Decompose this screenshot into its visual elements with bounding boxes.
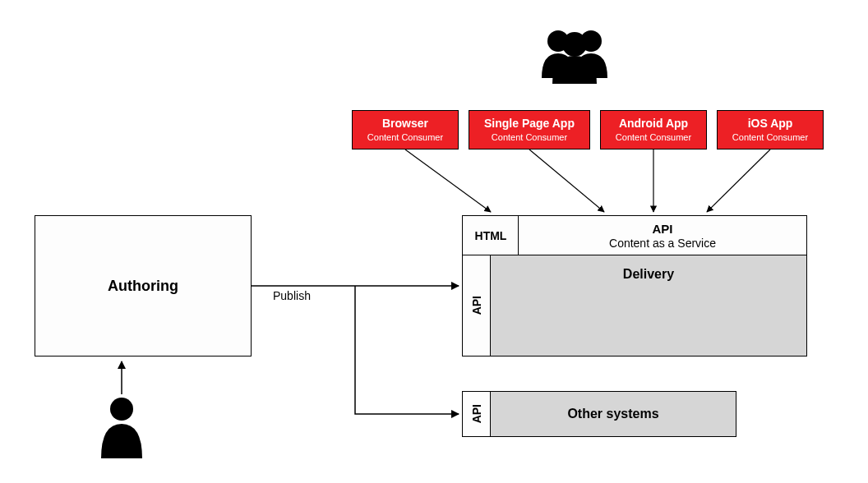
api-caas-subtitle: Content as a Service xyxy=(609,237,716,250)
arrow-browser-to-html xyxy=(405,150,491,212)
authoring-label: Authoring xyxy=(108,278,178,295)
arrow-publish-to-other xyxy=(355,286,459,414)
consumer-subtitle: Content Consumer xyxy=(492,132,567,143)
consumer-title: iOS App xyxy=(748,117,793,131)
consumer-box-browser: Browser Content Consumer xyxy=(352,110,459,150)
api-side-label-other: API xyxy=(470,404,483,423)
api-side-box-other: API xyxy=(462,391,492,437)
consumer-subtitle: Content Consumer xyxy=(367,132,443,143)
publish-label: Publish xyxy=(273,289,311,302)
people-group-icon xyxy=(529,25,620,86)
consumer-title: Android App xyxy=(619,117,688,131)
consumer-box-ios: iOS App Content Consumer xyxy=(717,110,824,150)
arrow-spa-to-api xyxy=(529,150,604,212)
html-label: HTML xyxy=(475,229,507,242)
api-caas-box: API Content as a Service xyxy=(518,215,807,256)
api-side-box-delivery: API xyxy=(462,255,492,356)
html-box: HTML xyxy=(462,215,519,256)
author-person-icon xyxy=(97,394,146,460)
other-systems-box: Other systems xyxy=(490,391,736,437)
svg-point-2 xyxy=(562,32,587,57)
consumer-title: Single Page App xyxy=(484,117,575,131)
api-side-label: API xyxy=(470,296,483,315)
consumer-title: Browser xyxy=(382,117,428,131)
svg-point-3 xyxy=(110,398,133,421)
consumer-subtitle: Content Consumer xyxy=(616,132,691,143)
other-systems-label: Other systems xyxy=(567,407,658,421)
consumer-subtitle: Content Consumer xyxy=(732,132,808,143)
consumer-box-android: Android App Content Consumer xyxy=(600,110,707,150)
delivery-label: Delivery xyxy=(623,267,674,282)
authoring-box: Authoring xyxy=(35,215,252,356)
arrow-ios-to-api xyxy=(707,150,770,212)
diagram-stage: Browser Content Consumer Single Page App… xyxy=(0,0,868,483)
delivery-box: Delivery xyxy=(490,255,807,356)
api-caas-title: API xyxy=(652,222,672,236)
consumer-box-spa: Single Page App Content Consumer xyxy=(469,110,590,150)
